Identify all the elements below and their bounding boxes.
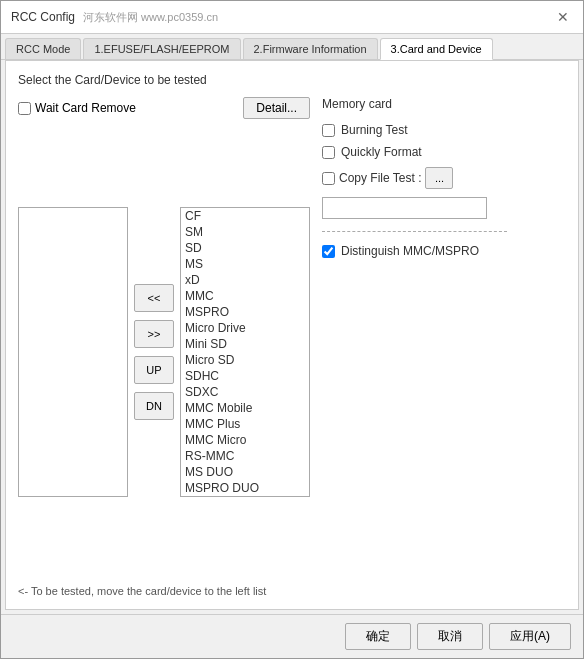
list-item[interactable]: Mini SD	[181, 336, 309, 352]
selected-devices-list[interactable]	[18, 207, 128, 497]
memory-card-panel: Memory card Burning Test Quickly Format …	[322, 97, 507, 597]
list-item[interactable]: xD	[181, 272, 309, 288]
hint-text: <- To be tested, move the card/device to…	[18, 585, 310, 597]
quickly-format-row: Quickly Format	[322, 145, 507, 159]
left-panel: Wait Card Remove Detail... << >> UP DN	[18, 97, 310, 597]
right-arrow-button[interactable]: >>	[134, 320, 174, 348]
tab-efuse[interactable]: 1.EFUSE/FLASH/EEPROM	[83, 38, 240, 59]
list-item[interactable]: RS-MMC	[181, 448, 309, 464]
tab-firmware[interactable]: 2.Firmware Information	[243, 38, 378, 59]
separator	[322, 231, 507, 232]
memory-card-title: Memory card	[322, 97, 507, 111]
close-button[interactable]: ✕	[553, 7, 573, 27]
cancel-button[interactable]: 取消	[417, 623, 483, 650]
nav-buttons: << >> UP DN	[134, 284, 174, 420]
quickly-format-label: Quickly Format	[341, 145, 422, 159]
tab-bar: RCC Mode 1.EFUSE/FLASH/EEPROM 2.Firmware…	[1, 34, 583, 60]
detail-button[interactable]: Detail...	[243, 97, 310, 119]
up-button[interactable]: UP	[134, 356, 174, 384]
tab-rcc[interactable]: RCC Mode	[5, 38, 81, 59]
window-title: RCC Config	[11, 10, 75, 24]
distinguish-checkbox[interactable]	[322, 245, 335, 258]
copy-file-test-row: Copy File Test : ...	[322, 167, 507, 189]
app-window: RCC Config 河东软件网 www.pc0359.cn ✕ RCC Mod…	[0, 0, 584, 659]
copy-file-test-checkbox[interactable]	[322, 172, 335, 185]
bottom-bar: 确定 取消 应用(A)	[1, 614, 583, 658]
quickly-format-checkbox[interactable]	[322, 146, 335, 159]
main-area: Wait Card Remove Detail... << >> UP DN	[18, 97, 566, 597]
burning-test-row: Burning Test	[322, 123, 507, 137]
dn-button[interactable]: DN	[134, 392, 174, 420]
list-item[interactable]: CF	[181, 208, 309, 224]
distinguish-row: Distinguish MMC/MSPRO	[322, 244, 507, 258]
ok-button[interactable]: 确定	[345, 623, 411, 650]
list-item[interactable]: MMC Plus	[181, 416, 309, 432]
burning-test-checkbox[interactable]	[322, 124, 335, 137]
watermark: 河东软件网 www.pc0359.cn	[83, 10, 218, 25]
available-devices-list[interactable]: CFSMSDMSxDMMCMSPROMicro DriveMini SDMicr…	[180, 207, 310, 497]
list-item[interactable]: MS DUO	[181, 464, 309, 480]
left-arrow-button[interactable]: <<	[134, 284, 174, 312]
list-item[interactable]: MSPRO HG DUO	[181, 496, 309, 497]
list-item[interactable]: SDXC	[181, 384, 309, 400]
tab-card[interactable]: 3.Card and Device	[380, 38, 493, 60]
copy-file-test-label: Copy File Test :	[339, 171, 421, 185]
list-item[interactable]: Micro SD	[181, 352, 309, 368]
list-item[interactable]: MMC	[181, 288, 309, 304]
list-item[interactable]: MMC Micro	[181, 432, 309, 448]
section-title: Select the Card/Device to be tested	[18, 73, 566, 87]
distinguish-label: Distinguish MMC/MSPRO	[341, 244, 479, 258]
browse-button[interactable]: ...	[425, 167, 453, 189]
burning-test-label: Burning Test	[341, 123, 408, 137]
wait-card-row: Wait Card Remove Detail...	[18, 97, 310, 119]
copy-path-input[interactable]	[322, 197, 487, 219]
lists-area: << >> UP DN CFSMSDMSxDMMCMSPROMicro Driv…	[18, 133, 310, 571]
apply-button[interactable]: 应用(A)	[489, 623, 571, 650]
list-item[interactable]: MS	[181, 256, 309, 272]
list-item[interactable]: MSPRO DUO	[181, 480, 309, 496]
main-content: Select the Card/Device to be tested Wait…	[5, 60, 579, 610]
list-item[interactable]: SDHC	[181, 368, 309, 384]
list-item[interactable]: SM	[181, 224, 309, 240]
title-bar: RCC Config 河东软件网 www.pc0359.cn ✕	[1, 1, 583, 34]
list-item[interactable]: MSPRO	[181, 304, 309, 320]
list-item[interactable]: Micro Drive	[181, 320, 309, 336]
wait-card-checkbox[interactable]	[18, 102, 31, 115]
list-item[interactable]: MMC Mobile	[181, 400, 309, 416]
wait-card-label: Wait Card Remove	[35, 101, 136, 115]
list-item[interactable]: SD	[181, 240, 309, 256]
